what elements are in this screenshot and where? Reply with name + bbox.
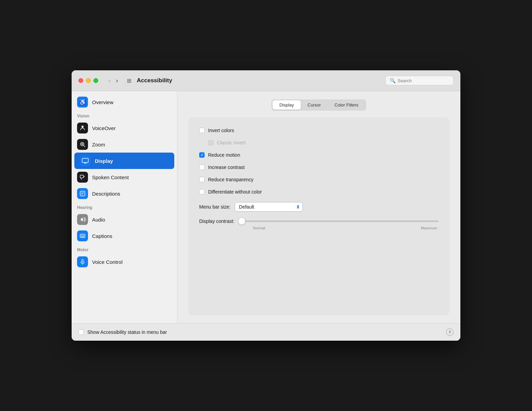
descriptions-icon xyxy=(77,188,88,199)
tab-display[interactable]: Display xyxy=(272,100,301,110)
search-input[interactable] xyxy=(398,78,449,83)
sidebar-label-spoken: Spoken Content xyxy=(92,174,129,180)
svg-rect-13 xyxy=(80,234,85,238)
sidebar-label-zoom: Zoom xyxy=(92,142,105,147)
increase-contrast-row: Increase contrast xyxy=(199,164,439,171)
contrast-slider-row: Display contrast: xyxy=(199,218,439,224)
grid-icon[interactable]: ⊞ xyxy=(127,77,131,84)
sidebar-item-voice-control[interactable]: Voice Control xyxy=(72,254,177,270)
invert-colors-checkbox[interactable] xyxy=(199,128,205,133)
show-status-label: Show Accessibility status in menu bar xyxy=(87,329,167,335)
differentiate-row: Differentiate without color xyxy=(199,188,439,195)
sidebar-item-display[interactable]: Display xyxy=(74,153,174,169)
forward-button[interactable]: › xyxy=(114,77,120,84)
reduce-transparency-checkbox[interactable] xyxy=(199,177,205,182)
sidebar-label-voiceover: VoiceOver xyxy=(92,125,116,131)
help-button[interactable]: ? xyxy=(446,328,454,336)
sidebar-item-spoken[interactable]: Spoken Content xyxy=(72,169,177,185)
voiceover-icon xyxy=(77,123,88,133)
settings-panel: Invert colors Classic Invert Reduce moti… xyxy=(188,117,449,315)
search-box[interactable]: 🔍 xyxy=(385,76,454,85)
invert-colors-row: Invert colors xyxy=(199,127,439,134)
tab-color-filters[interactable]: Color Filters xyxy=(328,100,365,110)
sidebar-item-zoom[interactable]: Zoom xyxy=(72,136,177,153)
classic-invert-label: Classic Invert xyxy=(217,140,246,145)
sidebar: ♿ Overview Vision VoiceOver xyxy=(72,91,177,323)
sidebar-label-voice-control: Voice Control xyxy=(92,259,122,265)
classic-invert-row: Classic Invert xyxy=(208,139,439,146)
menu-bar-size-label: Menu bar size: xyxy=(199,204,231,210)
captions-icon xyxy=(77,230,88,241)
audio-icon xyxy=(77,214,88,225)
voice-control-icon xyxy=(77,256,88,267)
menu-bar-size-select[interactable]: Default xyxy=(235,202,303,212)
maximize-button[interactable] xyxy=(93,78,98,83)
reduce-motion-label: Reduce motion xyxy=(208,152,240,158)
sidebar-label-audio: Audio xyxy=(92,217,105,223)
main-content: Display Cursor Color Filters Invert colo… xyxy=(177,91,460,323)
differentiate-checkbox[interactable] xyxy=(199,189,205,195)
sidebar-label-captions: Captions xyxy=(92,233,112,239)
sidebar-item-overview[interactable]: ♿ Overview xyxy=(72,94,177,110)
svg-rect-5 xyxy=(82,158,88,162)
reduce-transparency-row: Reduce transparency xyxy=(199,176,439,183)
sidebar-label-display: Display xyxy=(95,158,113,164)
show-status-checkbox[interactable] xyxy=(78,329,84,335)
reduce-motion-row: Reduce motion xyxy=(199,152,439,158)
traffic-lights xyxy=(78,78,98,83)
back-button[interactable]: ‹ xyxy=(106,77,113,84)
section-header-hearing: Hearing xyxy=(72,202,177,211)
svg-point-0 xyxy=(82,126,84,128)
sidebar-item-descriptions[interactable]: Descriptions xyxy=(72,185,177,202)
zoom-icon xyxy=(77,139,88,150)
search-icon: 🔍 xyxy=(390,78,396,83)
section-header-vision: Vision xyxy=(72,110,177,120)
display-icon xyxy=(80,155,91,166)
sidebar-item-captions[interactable]: Captions xyxy=(72,228,177,244)
display-contrast-label: Display contrast: xyxy=(199,218,234,224)
body: ♿ Overview Vision VoiceOver xyxy=(72,91,460,323)
contrast-slider-track[interactable] xyxy=(238,221,439,222)
section-header-motor: Motor xyxy=(72,244,177,254)
nav-buttons: ‹ › xyxy=(106,77,120,84)
sidebar-label-descriptions: Descriptions xyxy=(92,191,120,197)
increase-contrast-label: Increase contrast xyxy=(208,165,245,170)
sidebar-label-overview: Overview xyxy=(92,99,114,105)
svg-rect-17 xyxy=(82,259,83,262)
slider-maximum-label: Maximum xyxy=(421,226,437,230)
bottom-bar: Show Accessibility status in menu bar ? xyxy=(72,323,460,341)
svg-line-2 xyxy=(84,145,85,147)
tab-bar: Display Cursor Color Filters xyxy=(271,99,366,111)
close-button[interactable] xyxy=(78,78,83,83)
sidebar-item-voiceover[interactable]: VoiceOver xyxy=(72,120,177,136)
svg-rect-8 xyxy=(80,175,84,178)
menu-bar-size-select-wrapper: Default ⬍ xyxy=(235,202,303,212)
increase-contrast-checkbox[interactable] xyxy=(199,165,205,170)
page-title: Accessibility xyxy=(137,77,380,84)
display-contrast-section: Display contrast: Normal Maximum xyxy=(199,218,439,230)
invert-colors-label: Invert colors xyxy=(208,128,234,133)
differentiate-label: Differentiate without color xyxy=(208,189,262,195)
classic-invert-checkbox[interactable] xyxy=(208,140,213,145)
reduce-transparency-label: Reduce transparency xyxy=(208,177,253,182)
slider-labels: Normal Maximum xyxy=(199,226,439,230)
contrast-slider-thumb[interactable] xyxy=(238,218,245,225)
titlebar: ‹ › ⊞ Accessibility 🔍 xyxy=(72,70,460,91)
overview-icon: ♿ xyxy=(77,97,88,108)
reduce-motion-checkbox[interactable] xyxy=(199,152,205,158)
slider-normal-label: Normal xyxy=(253,226,265,230)
main-window: ‹ › ⊞ Accessibility 🔍 ♿ Overview Vision xyxy=(72,70,460,341)
minimize-button[interactable] xyxy=(86,78,91,83)
menu-bar-size-row: Menu bar size: Default ⬍ xyxy=(199,202,439,212)
tab-cursor[interactable]: Cursor xyxy=(301,100,328,110)
spoken-icon xyxy=(77,172,88,183)
sidebar-item-audio[interactable]: Audio xyxy=(72,211,177,228)
